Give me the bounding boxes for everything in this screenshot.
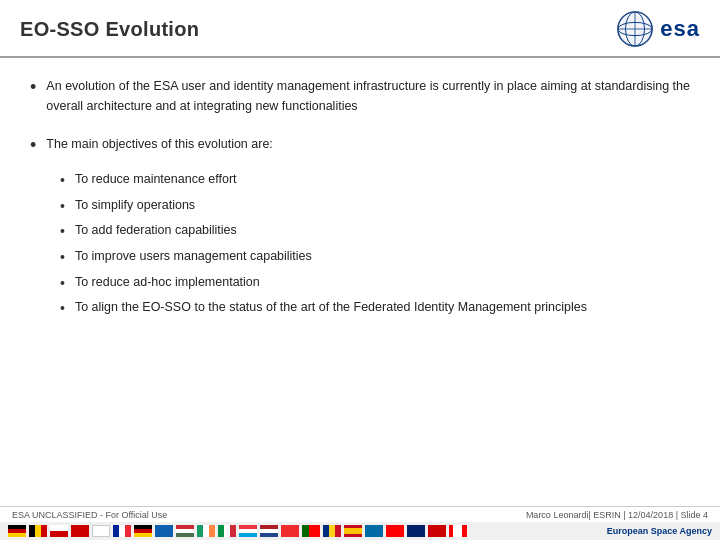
- sub-bullet-5: • To reduce ad-hoc implementation: [60, 273, 587, 295]
- flag-norway: [281, 525, 299, 537]
- slide-header: EO-SSO Evolution esa: [0, 0, 720, 58]
- sub-dot-4: •: [60, 247, 65, 269]
- bullet-dot-1: •: [30, 74, 36, 102]
- flag-germany: [8, 525, 26, 537]
- flags-row: European Space Agency: [0, 522, 720, 540]
- flag-denmark: [71, 525, 89, 537]
- flag-france: [113, 525, 131, 537]
- flag-hungary: [176, 525, 194, 537]
- sub-bullets-list: • To reduce maintenance effort • To simp…: [60, 170, 587, 324]
- classification-text: ESA UNCLASSIFIED - For Official Use: [12, 510, 167, 520]
- slide: EO-SSO Evolution esa • An evolution of t…: [0, 0, 720, 540]
- flag-luxembourg: [239, 525, 257, 537]
- bullet-dot-2: •: [30, 132, 36, 160]
- svg-point-6: [619, 13, 651, 45]
- flag-greece: [155, 525, 173, 537]
- main-bullet-1: • An evolution of the ESA user and ident…: [30, 76, 690, 116]
- flag-czech: [50, 525, 68, 537]
- slide-content: • An evolution of the ESA user and ident…: [0, 58, 720, 506]
- flag-ireland: [197, 525, 215, 537]
- slide-footer: ESA UNCLASSIFIED - For Official Use Marc…: [0, 506, 720, 540]
- footer-text-row: ESA UNCLASSIFIED - For Official Use Marc…: [0, 507, 720, 522]
- sub-text-1: To reduce maintenance effort: [75, 170, 237, 189]
- slide-title: EO-SSO Evolution: [20, 18, 199, 41]
- esa-brand-text: esa: [660, 16, 700, 42]
- flag-belgium: [29, 525, 47, 537]
- flag-portugal: [302, 525, 320, 537]
- esa-org-text: European Space Agency: [607, 526, 712, 536]
- flag-canada: [449, 525, 467, 537]
- flag-netherlands: [260, 525, 278, 537]
- bullet-text-2: The main objectives of this evolution ar…: [46, 134, 273, 154]
- sub-bullet-1: • To reduce maintenance effort: [60, 170, 587, 192]
- esa-logo: esa: [616, 10, 700, 48]
- sub-bullet-2: • To simplify operations: [60, 196, 587, 218]
- sub-bullet-6: • To align the EO-SSO to the status of t…: [60, 298, 587, 320]
- flag-extra1: [428, 525, 446, 537]
- sub-text-3: To add federation capabilities: [75, 221, 237, 240]
- sub-dot-6: •: [60, 298, 65, 320]
- author-text: Marco Leonardi| ESRIN | 12/04/2018 | Sli…: [526, 510, 708, 520]
- flag-romania: [323, 525, 341, 537]
- sub-text-4: To improve users management capabilities: [75, 247, 312, 266]
- sub-dot-1: •: [60, 170, 65, 192]
- sub-dot-5: •: [60, 273, 65, 295]
- sub-bullet-4: • To improve users management capabiliti…: [60, 247, 587, 269]
- esa-globe-icon: [616, 10, 654, 48]
- main-bullet-2: • The main objectives of this evolution …: [30, 134, 690, 324]
- sub-text-6: To align the EO-SSO to the status of the…: [75, 298, 587, 317]
- flag-switzerland: [386, 525, 404, 537]
- sub-dot-3: •: [60, 221, 65, 243]
- sub-text-5: To reduce ad-hoc implementation: [75, 273, 260, 292]
- flag-sweden: [365, 525, 383, 537]
- flag-finland: [92, 525, 110, 537]
- bullet-text-1: An evolution of the ESA user and identit…: [46, 76, 690, 116]
- sub-bullet-3: • To add federation capabilities: [60, 221, 587, 243]
- flag-germany2: [134, 525, 152, 537]
- flag-spain: [344, 525, 362, 537]
- flag-italy: [218, 525, 236, 537]
- flag-uk: [407, 525, 425, 537]
- sub-text-2: To simplify operations: [75, 196, 195, 215]
- sub-dot-2: •: [60, 196, 65, 218]
